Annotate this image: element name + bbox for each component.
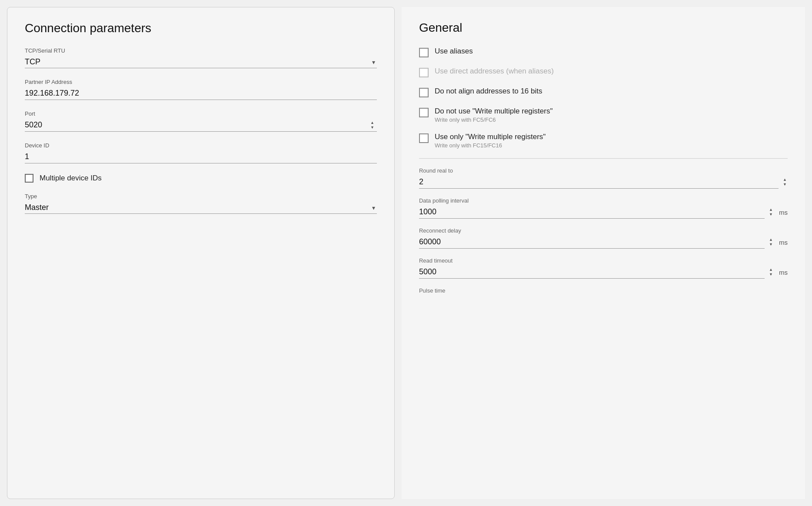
reconnect-input[interactable] <box>419 236 765 249</box>
pulse-time-group: Pulse time <box>419 287 788 294</box>
read-timeout-spinner-row: ▲ ▼ ms <box>419 266 788 279</box>
no-write-multi-sublabel: Write only with FC5/FC6 <box>435 117 553 123</box>
read-timeout-unit-label: ms <box>779 269 788 276</box>
read-timeout-label: Read timeout <box>419 257 788 264</box>
port-spinner-wrapper: ▲ ▼ <box>25 119 377 132</box>
port-label: Port <box>25 110 377 117</box>
no-align-text: Do not align addresses to 16 bits <box>435 87 542 96</box>
multiple-ids-checkbox[interactable] <box>25 174 33 183</box>
use-direct-label: Use direct addresses (when aliases) <box>435 67 554 76</box>
protocol-select[interactable]: TCP Serial RTU <box>25 56 377 68</box>
use-aliases-checkbox[interactable] <box>419 48 429 57</box>
reconnect-unit-label: ms <box>779 239 788 246</box>
polling-group: Data polling interval ▲ ▼ ms <box>419 197 788 219</box>
reconnect-group: Reconnect delay ▲ ▼ ms <box>419 227 788 249</box>
option-no-write-multi-row: Do not use "Write multiple registers" Wr… <box>419 107 788 123</box>
reconnect-decrement-button[interactable]: ▼ <box>768 242 774 247</box>
read-timeout-decrement-button[interactable]: ▼ <box>768 272 774 277</box>
polling-spinner-buttons: ▲ ▼ <box>768 207 774 217</box>
option-use-aliases-row: Use aliases <box>419 47 788 57</box>
option-use-write-multi-row: Use only "Write multiple registers" Writ… <box>419 133 788 149</box>
device-id-group: Device ID <box>25 142 377 163</box>
round-real-decrement-button[interactable]: ▼ <box>782 182 788 187</box>
option-no-align-row: Do not align addresses to 16 bits <box>419 87 788 97</box>
pulse-time-label: Pulse time <box>419 287 788 294</box>
use-write-multi-label: Use only "Write multiple registers" <box>435 133 546 141</box>
divider <box>419 158 788 159</box>
no-write-multi-label: Do not use "Write multiple registers" <box>435 107 553 116</box>
general-title: General <box>419 21 788 35</box>
polling-input[interactable] <box>419 206 765 219</box>
device-id-label: Device ID <box>25 142 377 149</box>
type-group: Type Master Slave ▾ <box>25 193 377 214</box>
use-direct-text: Use direct addresses (when aliases) <box>435 67 554 76</box>
round-real-label: Round real to <box>419 167 788 174</box>
type-select-wrapper: Master Slave ▾ <box>25 201 377 214</box>
no-write-multi-text: Do not use "Write multiple registers" Wr… <box>435 107 553 123</box>
multiple-ids-row: Multiple device IDs <box>25 174 377 183</box>
round-real-spinner-buttons: ▲ ▼ <box>782 177 788 187</box>
protocol-group: TCP/Serial RTU TCP Serial RTU ▾ <box>25 47 377 68</box>
polling-increment-button[interactable]: ▲ <box>768 207 774 212</box>
ip-input[interactable] <box>25 87 377 100</box>
port-input[interactable] <box>25 119 377 132</box>
port-spinner-buttons: ▲ ▼ <box>369 120 375 130</box>
polling-label: Data polling interval <box>419 197 788 204</box>
port-increment-button[interactable]: ▲ <box>369 120 375 125</box>
use-write-multi-sublabel: Write only with FC15/FC16 <box>435 142 546 149</box>
use-aliases-text: Use aliases <box>435 47 473 56</box>
protocol-select-wrapper: TCP Serial RTU ▾ <box>25 56 377 68</box>
polling-spinner-row: ▲ ▼ ms <box>419 206 788 219</box>
round-real-input[interactable] <box>419 176 779 189</box>
type-label: Type <box>25 193 377 200</box>
read-timeout-spinner-buttons: ▲ ▼ <box>768 267 774 277</box>
read-timeout-input[interactable] <box>419 266 765 279</box>
use-write-multi-checkbox[interactable] <box>419 133 429 143</box>
round-real-group: Round real to ▲ ▼ <box>419 167 788 189</box>
reconnect-spinner-row: ▲ ▼ ms <box>419 236 788 249</box>
port-group: Port ▲ ▼ <box>25 110 377 132</box>
connection-params-title: Connection parameters <box>25 21 377 35</box>
ip-label: Partner IP Address <box>25 79 377 85</box>
use-aliases-label: Use aliases <box>435 47 473 56</box>
use-direct-checkbox[interactable] <box>419 68 429 77</box>
read-timeout-group: Read timeout ▲ ▼ ms <box>419 257 788 279</box>
round-real-increment-button[interactable]: ▲ <box>782 177 788 182</box>
port-decrement-button[interactable]: ▼ <box>369 125 375 130</box>
left-panel: Connection parameters TCP/Serial RTU TCP… <box>7 7 395 499</box>
reconnect-spinner-buttons: ▲ ▼ <box>768 237 774 247</box>
right-panel: General Use aliases Use direct addresses… <box>402 7 805 499</box>
use-write-multi-text: Use only "Write multiple registers" Writ… <box>435 133 546 149</box>
type-select[interactable]: Master Slave <box>25 201 377 214</box>
reconnect-increment-button[interactable]: ▲ <box>768 237 774 242</box>
no-align-checkbox[interactable] <box>419 88 429 97</box>
reconnect-label: Reconnect delay <box>419 227 788 234</box>
polling-decrement-button[interactable]: ▼ <box>768 212 774 217</box>
ip-group: Partner IP Address <box>25 79 377 100</box>
multiple-ids-label: Multiple device IDs <box>40 174 102 183</box>
read-timeout-increment-button[interactable]: ▲ <box>768 267 774 272</box>
device-id-input[interactable] <box>25 150 377 163</box>
protocol-label: TCP/Serial RTU <box>25 47 377 54</box>
option-use-direct-row: Use direct addresses (when aliases) <box>419 67 788 77</box>
round-real-spinner-row: ▲ ▼ <box>419 176 788 189</box>
polling-unit-label: ms <box>779 209 788 216</box>
no-write-multi-checkbox[interactable] <box>419 108 429 117</box>
no-align-label: Do not align addresses to 16 bits <box>435 87 542 96</box>
